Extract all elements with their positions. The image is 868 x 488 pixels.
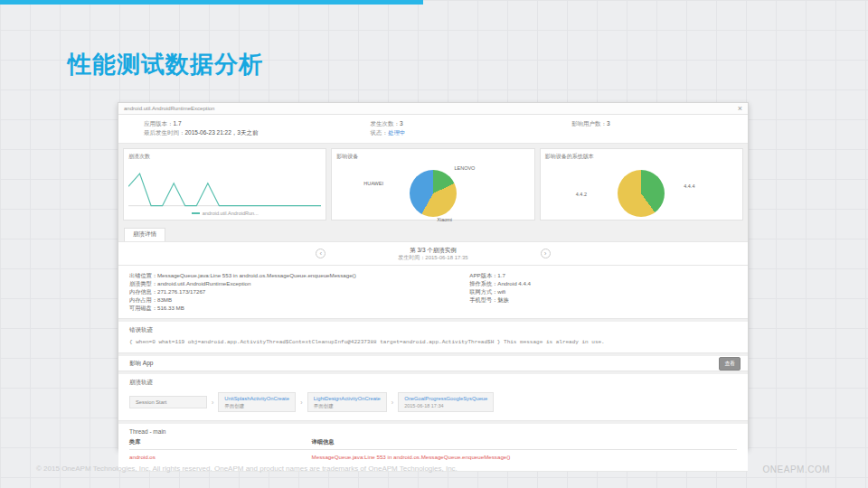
detail-disk-free: 可用磁盘：516.33 MB	[129, 304, 469, 312]
crash-summary-stats: 应用版本：1.7 最后发生时间：2015-06-23 21:22，3天之前 发生…	[118, 115, 748, 144]
oneapm-site-logo: ONEAPM.COM	[763, 465, 830, 474]
stat-occurrence-count: 发生次数：3	[370, 119, 571, 128]
breadcrumb-step-2[interactable]: LightDesignActivityOnCreate 界面创建	[307, 392, 387, 412]
pager-subtitle: 发生时间：2015-06-18 17:35	[398, 254, 467, 262]
breadcrumb-session-start[interactable]: Session Start	[129, 396, 207, 408]
detail-memory-usage: 内存占用：83MB	[129, 296, 469, 304]
breadcrumbs-title: 崩溃轨迹	[118, 374, 748, 389]
detail-os-version: 操作系统：Android 4.4.4	[469, 279, 737, 287]
pager-info: 第 3/3 个崩溃实例 发生时间：2015-06-18 17:35	[398, 246, 467, 262]
os-versions-panel: 影响设备的系统版本 4.4.4 4.4.2	[540, 148, 743, 221]
view-button[interactable]: 查看	[719, 357, 741, 371]
tab-crash-detail[interactable]: 崩溃详情	[124, 228, 165, 241]
detail-app-version: APP版本：1.7	[469, 271, 737, 279]
table-row[interactable]: android.os MessageQueue.java:Line 553 in…	[129, 450, 737, 460]
affected-app-label: 影响 App	[129, 360, 153, 368]
pie-label-lenovo: LENOVO	[454, 165, 475, 171]
pie-label-huawei: HUAWEI	[363, 181, 383, 186]
thread-row-detail: MessageQueue.java:Line 553 in android.os…	[312, 454, 737, 460]
trend-legend[interactable]: android.util.AndroidRun...	[128, 211, 321, 216]
os-versions-title: 影响设备的系统版本	[545, 153, 738, 161]
devices-pie[interactable]	[410, 170, 457, 217]
presentation-slide: 性能测试数据分析 android.util.AndroidRuntimeExce…	[0, 0, 868, 488]
stats-col-1: 应用版本：1.7 最后发生时间：2015-06-23 21:22，3天之前	[118, 119, 370, 137]
stat-affected-users: 影响用户数：3	[571, 119, 748, 128]
stats-col-2: 发生次数：3 状态：处理中	[370, 119, 571, 137]
breadcrumb-step-1[interactable]: UnitSplashActivityOnCreate 界面创建	[218, 392, 296, 412]
crash-trend-svg	[128, 166, 321, 208]
error-trace-card: 错误轨迹 { when=0 what=119 obj=android.app.A…	[118, 322, 748, 353]
pie-label-444: 4.4.4	[684, 183, 694, 189]
detail-device-model: 手机型号：魅族	[469, 296, 737, 304]
crash-breadcrumbs-card: 崩溃轨迹 Session Start › UnitSplashActivityO…	[118, 374, 748, 421]
pager-title: 第 3/3 个崩溃实例	[398, 246, 467, 254]
tab-strip: 崩溃详情	[118, 225, 748, 241]
top-accent-bar	[0, 0, 423, 5]
detail-network: 联网方式：wifi	[469, 287, 737, 296]
breadcrumb-step-3[interactable]: OneGoalProgressGoogleSysQueue 2015-06-18…	[398, 392, 494, 412]
dialog-title: android.util.AndroidRuntimeException	[124, 106, 214, 111]
crash-detail-dialog: android.util.AndroidRuntimeException × 应…	[118, 102, 749, 449]
chevron-right-icon: ›	[212, 399, 213, 406]
crash-trend-chart	[128, 166, 321, 208]
close-icon[interactable]: ×	[738, 105, 742, 113]
os-pie[interactable]	[618, 170, 665, 217]
affected-devices-panel: 影响设备 LENOVO Xiaomi HUAWEI	[331, 148, 534, 221]
status-link[interactable]: 处理中	[388, 129, 406, 136]
legend-line-swatch	[192, 212, 200, 214]
stat-status: 状态：处理中	[370, 128, 571, 137]
crash-trend-panel: 崩溃次数 android.util.AndroidRun...	[123, 148, 326, 221]
stats-col-3: 影响用户数：3	[571, 119, 748, 137]
charts-row: 崩溃次数 android.util.AndroidRun... 影响设备 LEN…	[118, 144, 748, 225]
affected-devices-pie-chart: LENOVO Xiaomi HUAWEI	[336, 163, 529, 222]
stat-last-occurred: 最后发生时间：2015-06-23 21:22，3天之前	[144, 128, 370, 137]
detail-error-location: 出错位置：MessageQueue.java:Line 553 in andro…	[129, 271, 469, 279]
chevron-right-icon: ›	[392, 399, 393, 406]
col-header-library: 类库	[129, 438, 312, 446]
crash-detail-fields: 出错位置：MessageQueue.java:Line 553 in andro…	[118, 266, 748, 319]
details-right-column: APP版本：1.7 操作系统：Android 4.4.4 联网方式：wifi 手…	[469, 271, 737, 312]
affected-app-row: 影响 App 查看	[118, 356, 748, 371]
legend-series-label: android.util.AndroidRun...	[203, 211, 259, 216]
breadcrumb: Session Start › UnitSplashActivityOnCrea…	[118, 389, 748, 420]
detail-memory-info: 内存信息：271.276.173/17267	[129, 287, 469, 296]
col-header-detail: 详细信息	[312, 438, 737, 446]
crash-trend-title: 崩溃次数	[128, 153, 321, 161]
chevron-right-icon: ›	[300, 399, 302, 406]
thread-row-library: android.os	[129, 454, 312, 460]
thread-table-header: 类库 详细信息	[129, 438, 737, 450]
affected-devices-title: 影响设备	[336, 153, 529, 161]
pie-label-xiaomi: Xiaomi	[437, 217, 452, 222]
error-trace-title: 错误轨迹	[118, 322, 748, 337]
pager-next-icon[interactable]: ›	[541, 249, 551, 258]
dialog-titlebar: android.util.AndroidRuntimeException ×	[118, 103, 748, 115]
slide-title: 性能测试数据分析	[68, 49, 263, 80]
detail-crash-type: 崩溃类型：android.util.AndroidRuntimeExceptio…	[129, 279, 469, 287]
pager-prev-icon[interactable]: ‹	[316, 249, 326, 258]
crash-instance-pager: ‹ 第 3/3 个崩溃实例 发生时间：2015-06-18 17:35 ›	[118, 241, 748, 266]
copyright-text: © 2015 OneAPM Technologies, Inc. All rig…	[36, 465, 458, 473]
thread-table-title: Thread - main	[129, 428, 737, 435]
os-versions-pie-chart: 4.4.4 4.4.2	[545, 163, 738, 222]
stat-app-version: 应用版本：1.7	[144, 119, 370, 128]
pie-label-442: 4.4.2	[576, 192, 587, 197]
details-left-column: 出错位置：MessageQueue.java:Line 553 in andro…	[129, 271, 469, 312]
error-trace-line: { when=0 what=119 obj=android.app.Activi…	[118, 337, 748, 352]
